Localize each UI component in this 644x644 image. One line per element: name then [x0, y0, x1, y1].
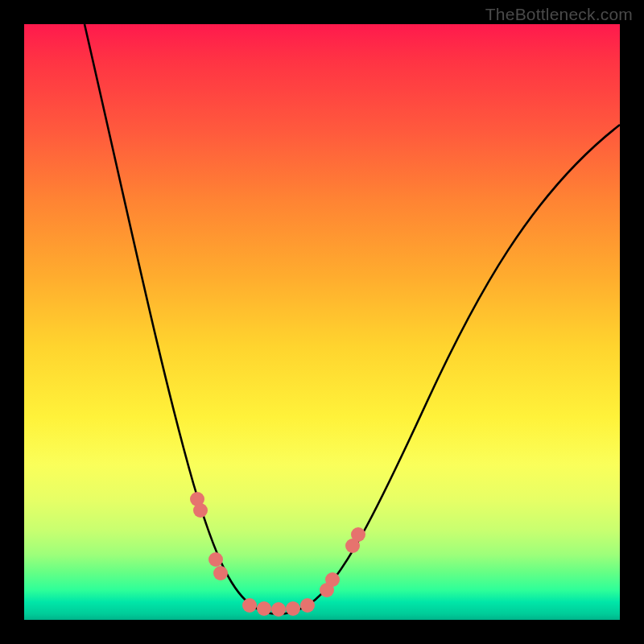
data-markers — [190, 492, 365, 617]
data-marker — [300, 598, 315, 613]
watermark-text: TheBottleneck.com — [485, 5, 633, 24]
data-marker — [351, 527, 365, 542]
plot-area — [24, 24, 620, 620]
data-marker — [213, 566, 228, 580]
data-marker — [242, 598, 257, 613]
data-marker — [208, 552, 223, 567]
curve-svg — [24, 24, 620, 620]
data-marker — [286, 601, 300, 616]
data-marker — [325, 572, 340, 587]
chart-frame: TheBottleneck.com — [0, 0, 644, 644]
data-marker — [257, 601, 271, 616]
data-marker — [271, 602, 286, 617]
data-marker — [193, 503, 208, 518]
bottleneck-curve — [85, 24, 620, 614]
